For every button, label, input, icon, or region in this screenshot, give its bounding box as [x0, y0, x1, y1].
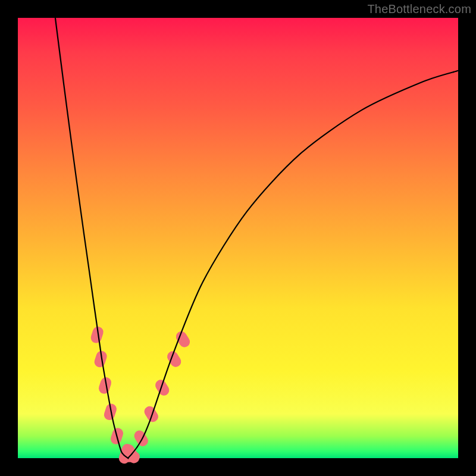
data-marker: [132, 428, 150, 448]
plot-area: [18, 18, 458, 458]
curve-layer: [18, 18, 458, 458]
v-curve: [55, 18, 461, 458]
data-marker: [154, 378, 171, 397]
watermark-text: TheBottleneck.com: [367, 2, 471, 16]
data-marker: [142, 404, 160, 424]
chart-frame: TheBottleneck.com: [0, 0, 476, 476]
